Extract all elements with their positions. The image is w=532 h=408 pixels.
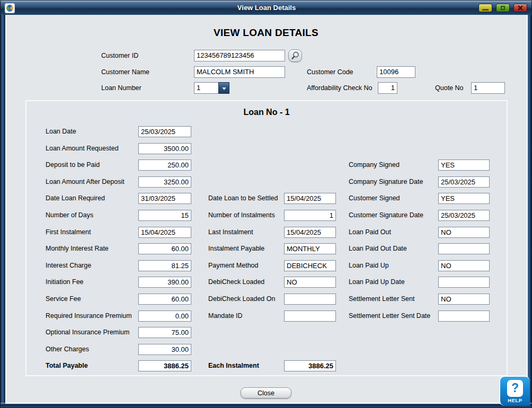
instalment-payable-label: Instalment Payable <box>208 243 264 254</box>
number-of-instalments-input[interactable]: 1 <box>284 210 336 221</box>
maximize-button[interactable] <box>496 4 510 12</box>
customer-signature-date-input[interactable]: 25/03/2025 <box>438 210 490 221</box>
loan-date-input[interactable]: 25/03/2025 <box>138 126 191 137</box>
loan-paid-up-date-input[interactable] <box>438 277 490 288</box>
loan-paid-out-date-label: Loan Paid Out Date <box>349 243 407 254</box>
total-payable-label: Total Payable <box>46 360 88 371</box>
loan-paid-out-input[interactable]: NO <box>438 227 490 238</box>
payment-method-input[interactable]: DEBICHECK <box>284 260 336 271</box>
loan-paid-up-input[interactable]: NO <box>438 260 490 271</box>
customer-signed-input[interactable]: YES <box>438 193 490 204</box>
optional-insurance-premium-label: Optional Insurance Premium <box>46 327 129 338</box>
close-window-button[interactable] <box>513 4 527 12</box>
close-button[interactable]: Close <box>241 387 291 398</box>
loan-number-select[interactable]: 1 <box>194 82 219 94</box>
last-instalment-input[interactable]: 15/04/2025 <box>284 227 336 238</box>
each-instalment-input[interactable]: 3886.25 <box>284 360 336 371</box>
number-of-instalments-label: Number of Instalments <box>208 210 275 221</box>
settlement-letter-sent-input[interactable]: NO <box>438 294 490 305</box>
service-fee-input[interactable]: 60.00 <box>138 294 191 305</box>
loan-amount-requested-label: Loan Amount Requested <box>46 143 119 154</box>
customer-signature-date-label: Customer Signature Date <box>349 210 423 221</box>
loan-number-dropdown-button[interactable] <box>218 82 229 94</box>
total-payable-input[interactable]: 3886.25 <box>138 360 191 371</box>
each-instalment-label: Each Instalment <box>208 360 259 371</box>
monthly-interest-rate-label: Monthly Interest Rate <box>46 243 109 254</box>
initiation-fee-label: Initiation Fee <box>46 277 84 288</box>
debicheck-loaded-on-input[interactable] <box>284 294 336 305</box>
loan-number-label: Loan Number <box>101 82 141 94</box>
settlement-letter-sent-label: Settlement Letter Sent <box>349 294 414 305</box>
date-loan-to-be-settled-label: Date Loan to be Settled <box>208 193 278 204</box>
first-instalment-label: First Instalment <box>46 227 91 238</box>
maximize-icon <box>501 6 505 10</box>
number-of-days-label: Number of Days <box>46 210 93 221</box>
interest-charge-input[interactable]: 81.25 <box>138 260 191 271</box>
page-title: VIEW LOAN DETAILS <box>1 27 531 39</box>
debicheck-loaded-input[interactable]: NO <box>284 277 336 288</box>
other-charges-input[interactable]: 30.00 <box>138 344 191 355</box>
customer-signed-label: Customer Signed <box>349 193 400 204</box>
chevron-down-icon <box>222 87 226 90</box>
title-bar: View Loan Details <box>1 1 532 15</box>
window-frame-left <box>1 15 5 403</box>
debicheck-loaded-on-label: DebiCheck Loaded On <box>208 294 275 305</box>
close-icon <box>517 5 524 11</box>
customer-id-input[interactable]: 123456789123456 <box>194 50 285 61</box>
affordability-check-no-input[interactable]: 1 <box>378 82 397 94</box>
question-mark-icon: ? <box>507 380 523 397</box>
customer-code-label: Customer Code <box>307 66 353 78</box>
quote-no-input[interactable]: 1 <box>471 82 505 94</box>
monthly-interest-rate-input[interactable]: 60.00 <box>138 243 191 254</box>
payment-method-label: Payment Method <box>208 260 259 271</box>
debicheck-loaded-label: DebiCheck Loaded <box>208 277 264 288</box>
instalment-payable-input[interactable]: MONTHLY <box>284 243 336 254</box>
mandate-id-input[interactable] <box>284 311 336 322</box>
loan-panel-title: Loan No - 1 <box>26 108 507 117</box>
loan-details-panel: Loan No - 1 Loan Date25/03/2025Loan Amou… <box>25 100 508 376</box>
first-instalment-input[interactable]: 15/04/2025 <box>138 227 191 238</box>
magnifier-icon <box>290 51 300 60</box>
interest-charge-label: Interest Charge <box>46 260 91 271</box>
window-title: View Loan Details <box>1 4 532 12</box>
loan-paid-up-label: Loan Paid Up <box>349 260 389 271</box>
company-signed-label: Company Signed <box>349 159 400 171</box>
loan-paid-out-date-input[interactable] <box>438 243 490 254</box>
loan-amount-requested-input[interactable]: 3500.00 <box>138 143 191 154</box>
window-controls <box>478 4 527 12</box>
loan-date-label: Loan Date <box>46 126 76 137</box>
required-insurance-premium-input[interactable]: 0.00 <box>138 311 191 322</box>
loan-amount-after-deposit-label: Loan Amount After Deposit <box>46 176 125 188</box>
settlement-letter-sent-date-input[interactable] <box>438 311 490 322</box>
date-loan-to-be-settled-input[interactable]: 15/04/2025 <box>284 193 336 204</box>
view-loan-details-window: View Loan Details VIEW LOAN DETAILS Cust… <box>0 0 532 408</box>
company-signed-input[interactable]: YES <box>438 159 490 171</box>
minimize-button[interactable] <box>478 4 492 12</box>
date-loan-required-label: Date Loan Required <box>46 193 105 204</box>
affordability-check-no-label: Affordability Check No <box>307 82 372 94</box>
service-fee-label: Service Fee <box>46 294 81 305</box>
number-of-days-input[interactable]: 15 <box>138 210 191 221</box>
customer-name-input[interactable]: MALCOLM SMITH <box>194 66 285 78</box>
loan-paid-out-label: Loan Paid Out <box>349 227 391 238</box>
company-signature-date-input[interactable]: 25/03/2025 <box>438 176 490 188</box>
optional-insurance-premium-input[interactable]: 75.00 <box>138 327 191 338</box>
deposit-to-be-paid-input[interactable]: 250.00 <box>138 159 191 171</box>
loan-paid-up-date-label: Loan Paid Up Date <box>349 277 405 288</box>
quote-no-label: Quote No <box>435 82 464 94</box>
deposit-to-be-paid-label: Deposit to be Paid <box>46 159 100 171</box>
help-button-label: HELP <box>508 397 522 403</box>
mandate-id-label: Mandate ID <box>208 311 243 322</box>
settlement-letter-sent-date-label: Settlement Letter Sent Date <box>349 311 430 322</box>
customer-name-label: Customer Name <box>101 66 149 78</box>
initiation-fee-input[interactable]: 390.00 <box>138 277 191 288</box>
customer-id-label: Customer ID <box>101 50 138 61</box>
search-button[interactable] <box>288 49 302 62</box>
help-button[interactable]: ? HELP <box>499 376 530 406</box>
loan-amount-after-deposit-input[interactable]: 3250.00 <box>138 176 191 188</box>
company-signature-date-label: Company Signature Date <box>349 176 423 188</box>
required-insurance-premium-label: Required Insurance Premium <box>46 311 132 322</box>
date-loan-required-input[interactable]: 31/03/2025 <box>138 193 191 204</box>
minimize-icon <box>482 9 489 11</box>
customer-code-input[interactable]: 10096 <box>377 66 415 78</box>
